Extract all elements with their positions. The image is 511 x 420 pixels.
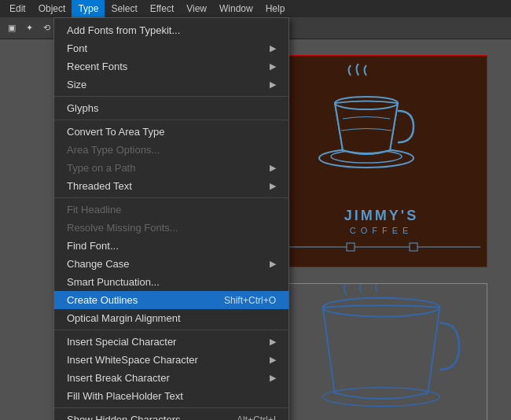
menu-item-font[interactable]: Font ▶ <box>54 39 289 57</box>
insert-special-arrow: ▶ <box>270 337 276 347</box>
menu-help[interactable]: Help <box>259 0 292 17</box>
menu-item-insert-whitespace[interactable]: Insert WhiteSpace Character ▶ <box>54 351 289 369</box>
menu-type[interactable]: Type <box>72 0 105 17</box>
menu-item-smart-punctuation[interactable]: Smart Punctuation... <box>54 273 289 291</box>
circuit-decoration <box>284 235 480 259</box>
menu-item-convert-area[interactable]: Convert To Area Type <box>54 123 289 141</box>
menu-view[interactable]: View <box>180 0 213 17</box>
svg-rect-6 <box>410 243 417 251</box>
menu-item-insert-break[interactable]: Insert Break Character ▶ <box>54 369 289 387</box>
svg-rect-4 <box>347 243 355 251</box>
artboard-main: JIMMY'S COFFEE <box>275 55 487 267</box>
menu-item-fill-placeholder[interactable]: Fill With PlaceHolder Text <box>54 387 289 405</box>
menu-item-add-fonts[interactable]: Add Fonts from Typekit... <box>54 21 289 39</box>
type-on-path-arrow: ▶ <box>270 163 276 173</box>
menu-item-recent-fonts[interactable]: Recent Fonts ▶ <box>54 57 289 76</box>
menu-item-create-outlines[interactable]: Create Outlines Shift+Ctrl+O <box>54 291 289 309</box>
artwork-title: JIMMY'S <box>276 208 487 224</box>
menu-bar: Edit Object Type Select Effect View Wind… <box>0 0 511 17</box>
artwork-title-container: JIMMY'S COFFEE <box>276 208 487 235</box>
menu-window[interactable]: Window <box>213 0 259 17</box>
menu-item-insert-special[interactable]: Insert Special Character ▶ <box>54 333 289 351</box>
menu-item-glyphs[interactable]: Glyphs <box>54 99 289 117</box>
type-dropdown-menu: Add Fonts from Typekit... Font ▶ Recent … <box>53 17 289 420</box>
menu-item-change-case[interactable]: Change Case ▶ <box>54 255 289 273</box>
menu-item-find-font[interactable]: Find Font... <box>54 237 289 255</box>
toolbar-icon-3[interactable]: ⟲ <box>38 20 55 37</box>
menu-object[interactable]: Object <box>32 0 72 17</box>
menu-effect[interactable]: Effect <box>144 0 180 17</box>
menu-item-resolve-missing[interactable]: Resolve Missing Fonts... <box>54 219 289 237</box>
separator-3 <box>54 197 289 198</box>
artwork-subtitle: COFFEE <box>276 226 487 235</box>
menu-edit[interactable]: Edit <box>3 0 32 17</box>
menu-item-size[interactable]: Size ▶ <box>54 76 289 94</box>
threaded-text-arrow: ▶ <box>270 181 276 191</box>
svg-point-8 <box>323 298 440 317</box>
font-arrow: ▶ <box>270 43 276 53</box>
menu-item-type-on-path[interactable]: Type on a Path ▶ <box>54 159 289 177</box>
separator-5 <box>54 407 289 408</box>
artboard-bottom <box>275 283 487 420</box>
insert-break-arrow: ▶ <box>270 373 276 383</box>
bottom-artwork <box>276 284 487 420</box>
svg-point-9 <box>323 388 440 407</box>
menu-item-threaded-text[interactable]: Threaded Text ▶ <box>54 177 289 195</box>
menu-item-optical-margin[interactable]: Optical Margin Alignment <box>54 309 289 327</box>
coffee-artwork <box>311 64 421 190</box>
toolbar-icon-1[interactable]: ▣ <box>3 20 20 37</box>
separator-2 <box>54 120 289 120</box>
change-case-arrow: ▶ <box>270 259 276 269</box>
menu-item-show-hidden[interactable]: Show Hidden Characters Alt+Ctrl+I <box>54 411 289 420</box>
menu-select[interactable]: Select <box>105 0 143 17</box>
separator-1 <box>54 96 289 97</box>
separator-4 <box>54 330 289 330</box>
menu-item-area-type-options[interactable]: Area Type Options... <box>54 141 289 159</box>
toolbar-icon-2[interactable]: ✦ <box>20 20 38 37</box>
menu-item-fit-headline[interactable]: Fit Headline <box>54 201 289 219</box>
size-arrow: ▶ <box>270 79 276 90</box>
recent-fonts-arrow: ▶ <box>270 61 276 72</box>
insert-whitespace-arrow: ▶ <box>270 355 276 365</box>
